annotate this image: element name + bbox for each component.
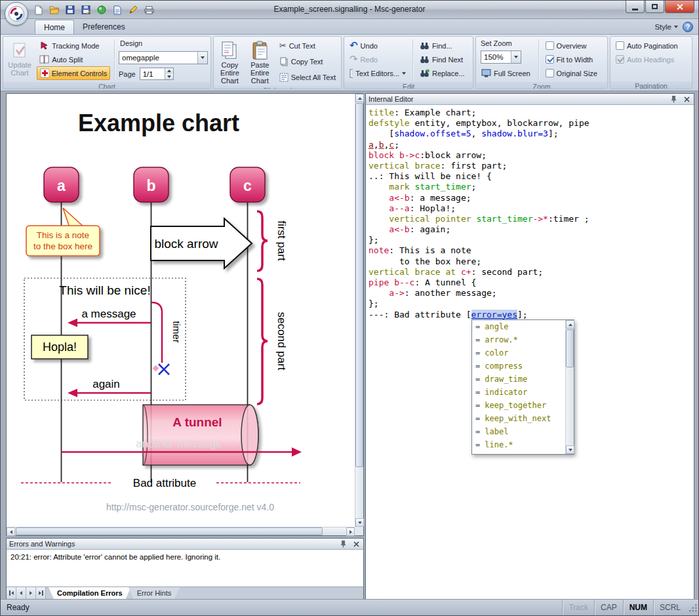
auto-pagination-checkbox-row[interactable]: Auto Pagination	[613, 39, 689, 52]
cut-text-button[interactable]: ✂ Cut Text	[277, 39, 338, 52]
autocomplete-scroll-thumb[interactable]	[566, 329, 574, 367]
recompile-button[interactable]	[95, 3, 108, 16]
undo-button[interactable]: ↶ Undo	[347, 39, 409, 52]
select-all-text-button[interactable]: Select All Text	[277, 70, 338, 84]
find-button[interactable]: Find...	[417, 39, 470, 52]
last-tab-button[interactable]	[36, 587, 46, 599]
ribbon-tab-row: Home Preferences Style ?	[1, 19, 698, 35]
preview-button[interactable]	[111, 3, 124, 16]
fit-to-width-checkbox[interactable]	[546, 55, 554, 64]
autocomplete-item[interactable]: =indicator	[472, 386, 565, 399]
scroll-up-button[interactable]	[355, 94, 364, 102]
save-button[interactable]	[64, 3, 77, 16]
overview-checkbox[interactable]	[546, 41, 554, 50]
autocomplete-item-label: label	[485, 427, 508, 436]
overview-checkbox-row[interactable]: Overview	[543, 39, 605, 52]
tab-compilation-errors[interactable]: Compilation Errors	[49, 587, 131, 599]
chevron-up-icon	[358, 95, 362, 100]
update-chart-button[interactable]: Update Chart	[6, 38, 33, 81]
autocomplete-item[interactable]: =label	[472, 425, 565, 438]
editor-code[interactable]: title: Example chart;defstyle entity, em…	[366, 105, 694, 320]
app-menu-button[interactable]	[5, 2, 28, 26]
new-document-button[interactable]	[32, 3, 45, 16]
close-button[interactable]	[665, 1, 694, 13]
autocomplete-item[interactable]: =color	[472, 346, 565, 359]
scroll-right-button[interactable]	[346, 527, 355, 536]
style-dropdown[interactable]: Style	[654, 23, 678, 31]
code-line: a,b,c;	[369, 140, 694, 150]
auto-headings-checkbox-row[interactable]: Auto Headings	[613, 52, 689, 66]
ribbon-group-zoom: Set Zoom 150% Full Screen	[475, 36, 608, 89]
replace-button[interactable]: Replace...	[417, 66, 470, 80]
fit-to-width-checkbox-row[interactable]: Fit to Width	[543, 52, 605, 66]
pencil-icon	[129, 5, 138, 14]
help-button[interactable]: ?	[683, 22, 693, 32]
status-track: Track	[562, 600, 594, 615]
autocomplete-item[interactable]: =keep_together	[472, 399, 565, 412]
tab-home[interactable]: Home	[35, 20, 74, 34]
maximize-button[interactable]	[645, 1, 664, 13]
save-as-button[interactable]	[79, 3, 92, 16]
chevron-right-icon	[30, 591, 34, 595]
chevron-up-icon	[569, 321, 572, 326]
scroll-down-button[interactable]	[566, 445, 574, 454]
design-combobox[interactable]: omegapple	[119, 51, 208, 64]
scroll-down-button[interactable]	[355, 518, 364, 527]
close-panel-button[interactable]	[682, 95, 691, 104]
full-screen-button[interactable]: Full Screen	[479, 66, 534, 80]
spin-up-button[interactable]	[165, 68, 173, 74]
tab-preferences[interactable]: Preferences	[74, 20, 134, 34]
next-tab-button[interactable]	[26, 587, 36, 599]
edit-button[interactable]	[127, 3, 140, 16]
horizontal-scroll-thumb[interactable]	[16, 527, 323, 535]
text-editors-button[interactable]: Text Editors...	[347, 66, 409, 80]
original-size-checkbox[interactable]	[546, 69, 554, 77]
element-controls-button[interactable]: Element Controls	[37, 66, 110, 80]
resize-grip[interactable]	[689, 604, 698, 615]
close-icon	[684, 96, 690, 102]
copy-entire-chart-button[interactable]: Copy Entire Chart	[216, 38, 243, 85]
autocomplete-item-label: color	[485, 348, 508, 358]
tracking-mode-button[interactable]: Tracking Mode	[37, 39, 110, 52]
redo-button[interactable]: ↷ Redo	[347, 52, 409, 66]
autocomplete-item[interactable]: =angle	[472, 320, 565, 333]
original-size-checkbox-row[interactable]: Original Size	[543, 66, 605, 80]
spin-down-button[interactable]	[165, 74, 173, 80]
tab-error-hints[interactable]: Error Hints	[129, 587, 180, 599]
horizontal-scrollbar[interactable]	[7, 527, 355, 535]
auto-pagination-checkbox[interactable]	[616, 41, 624, 50]
autocomplete-scrollbar[interactable]	[565, 320, 574, 454]
autocomplete-item[interactable]: =arrow.*	[472, 333, 565, 346]
print-button[interactable]	[142, 3, 155, 16]
editor-body[interactable]: title: Example chart;defstyle entity, em…	[366, 105, 694, 599]
scroll-up-button[interactable]	[566, 320, 574, 329]
chevron-down-icon	[201, 56, 205, 59]
close-icon	[676, 3, 683, 10]
message-a-message-label: a message	[81, 308, 136, 320]
zoom-combobox[interactable]: 150%	[481, 51, 521, 64]
brace-second-part	[257, 279, 268, 404]
find-next-button[interactable]: Find Next	[417, 52, 470, 66]
paste-entire-chart-button[interactable]: Paste Entire Chart	[247, 38, 273, 85]
pin-button[interactable]	[669, 95, 678, 104]
open-button[interactable]	[48, 3, 61, 16]
vertical-scroll-thumb[interactable]	[355, 103, 363, 467]
autocomplete-item[interactable]: =keep_with_next	[472, 412, 565, 425]
auto-headings-checkbox[interactable]	[616, 55, 624, 64]
prev-tab-button[interactable]	[16, 587, 26, 599]
autocomplete-item[interactable]: =compress	[472, 359, 565, 373]
auto-split-button[interactable]: Auto Split	[37, 52, 110, 66]
chart-canvas[interactable]: Example chart This is a note to the box …	[7, 94, 355, 527]
page-spinner[interactable]: 1/1	[140, 68, 174, 80]
first-tab-button[interactable]	[7, 587, 16, 599]
copy-text-button[interactable]: Copy Text	[277, 54, 338, 68]
minimize-button[interactable]	[626, 1, 645, 13]
vertical-scrollbar[interactable]	[355, 94, 363, 527]
code-line: defstyle entity, emptybox, blockarrow, p…	[369, 118, 694, 129]
autocomplete-item[interactable]: =line.*	[472, 438, 565, 451]
group-label-zoom: Zoom	[476, 82, 607, 89]
pin-button[interactable]	[338, 540, 348, 548]
autocomplete-item[interactable]: =draw_time	[472, 373, 565, 386]
close-panel-button[interactable]	[351, 540, 361, 548]
scroll-left-button[interactable]	[7, 527, 15, 536]
